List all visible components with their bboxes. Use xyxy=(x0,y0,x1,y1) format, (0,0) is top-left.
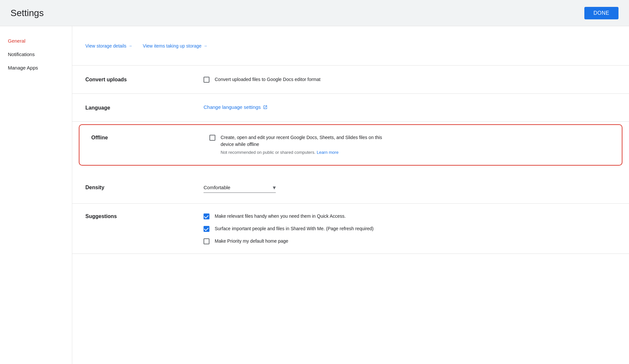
storage-bar: View storage details → View items taking… xyxy=(72,26,629,66)
suggestion-text-2: Surface important people and files in Sh… xyxy=(215,226,374,231)
learn-more-link[interactable]: Learn more xyxy=(317,150,338,155)
offline-control: Create, open and edit your recent Google… xyxy=(209,134,610,156)
done-button[interactable]: DONE xyxy=(584,7,618,19)
suggestion-checkbox-2[interactable] xyxy=(204,226,209,232)
density-value: Comfortable xyxy=(204,185,270,190)
density-control: Comfortable ▾ xyxy=(204,184,616,193)
settings-content: View storage details → View items taking… xyxy=(72,26,629,364)
offline-description: Create, open and edit your recent Google… xyxy=(221,134,382,156)
suggestion-text-3: Make Priority my default home page xyxy=(215,238,288,244)
sidebar-item-notifications[interactable]: Notifications xyxy=(0,48,67,61)
view-storage-details-link[interactable]: View storage details → xyxy=(85,43,132,49)
suggestion-item-3: Make Priority my default home page xyxy=(204,238,374,244)
density-select[interactable]: Comfortable ▾ xyxy=(204,184,276,193)
arrow-icon: → xyxy=(204,44,207,48)
suggestions-row: Suggestions Make relevant files handy wh… xyxy=(72,204,629,254)
settings-header: Settings DONE xyxy=(0,0,629,26)
external-link-icon xyxy=(263,105,268,110)
suggestions-checks: Make relevant files handy when you need … xyxy=(204,213,374,244)
offline-row: Offline Create, open and edit your recen… xyxy=(79,124,622,166)
suggestions-label: Suggestions xyxy=(85,213,204,219)
suggestion-item-1: Make relevant files handy when you need … xyxy=(204,213,374,219)
convert-uploads-description: Convert uploaded files to Google Docs ed… xyxy=(215,76,320,83)
offline-sub-text: Not recommended on public or shared comp… xyxy=(221,149,382,156)
suggestion-item-2: Surface important people and files in Sh… xyxy=(204,225,374,232)
view-items-taking-storage-link[interactable]: View items taking up storage → xyxy=(143,43,207,49)
offline-label: Offline xyxy=(91,134,209,141)
suggestion-checkbox-1[interactable] xyxy=(204,213,209,219)
convert-uploads-row: Convert uploads Convert uploaded files t… xyxy=(72,66,629,94)
change-language-link[interactable]: Change language settings xyxy=(204,104,268,110)
suggestion-checkbox-3[interactable] xyxy=(204,238,209,244)
sidebar-item-manage-apps[interactable]: Manage Apps xyxy=(0,61,67,74)
chevron-down-icon: ▾ xyxy=(273,184,276,191)
offline-desc-line1: Create, open and edit your recent Google… xyxy=(221,134,382,148)
convert-uploads-label: Convert uploads xyxy=(85,76,204,83)
density-row: Density Comfortable ▾ xyxy=(72,173,629,204)
suggestion-text-1: Make relevant files handy when you need … xyxy=(215,213,346,219)
density-label: Density xyxy=(85,184,204,191)
offline-checkbox[interactable] xyxy=(209,135,215,141)
language-row: Language Change language settings xyxy=(72,94,629,122)
convert-uploads-control: Convert uploaded files to Google Docs ed… xyxy=(204,76,616,83)
sidebar-item-general[interactable]: General xyxy=(0,34,67,48)
language-control: Change language settings xyxy=(204,104,616,110)
page-title: Settings xyxy=(11,8,44,18)
arrow-icon: → xyxy=(128,44,132,48)
sidebar: General Notifications Manage Apps xyxy=(0,26,72,364)
main-layout: General Notifications Manage Apps View s… xyxy=(0,26,629,364)
language-label: Language xyxy=(85,104,204,111)
convert-uploads-checkbox[interactable] xyxy=(204,77,209,83)
